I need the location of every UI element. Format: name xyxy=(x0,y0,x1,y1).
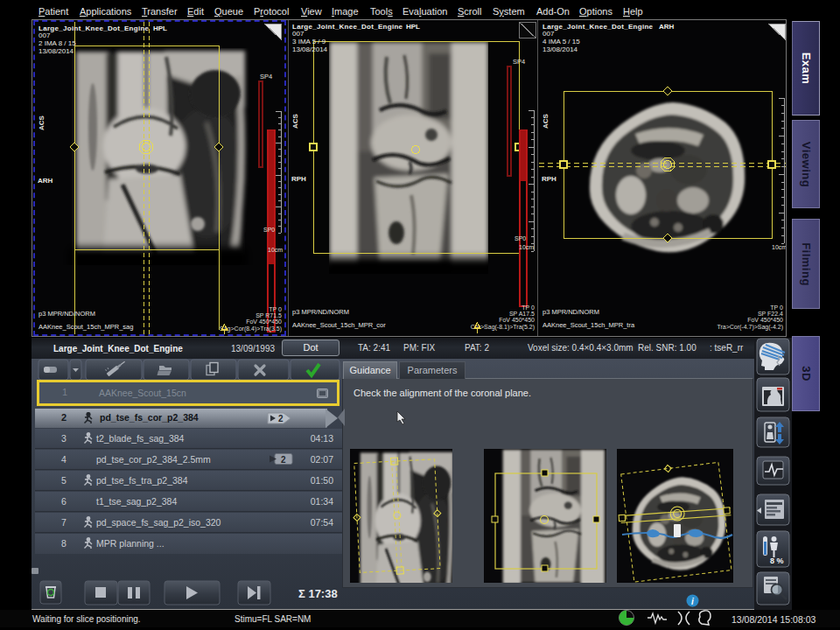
svg-text:SP A17.5: SP A17.5 xyxy=(509,311,535,317)
svg-text:RPH: RPH xyxy=(542,175,556,183)
svg-text:i: i xyxy=(691,597,694,606)
svg-text:SP0: SP0 xyxy=(263,227,275,233)
svg-text:10cm: 10cm xyxy=(268,247,283,253)
svg-text:2: 2 xyxy=(278,414,284,424)
svg-text:SP F22.4: SP F22.4 xyxy=(758,311,783,317)
svg-text:3 IMA 5 / 9: 3 IMA 5 / 9 xyxy=(292,38,326,46)
svg-text:TP 0: TP 0 xyxy=(522,304,535,311)
svg-text:AAKnee_Scout_15ch_MPR_cor: AAKnee_Scout_15ch_MPR_cor xyxy=(292,321,386,329)
svg-text:FoV 450*450: FoV 450*450 xyxy=(499,317,535,323)
svg-text:13/08/2014: 13/08/2014 xyxy=(38,47,74,55)
svg-text:007: 007 xyxy=(542,30,555,38)
svg-text:13/08/2014: 13/08/2014 xyxy=(292,46,328,53)
svg-text:13/08/2014: 13/08/2014 xyxy=(542,46,578,53)
svg-text:007: 007 xyxy=(292,30,304,38)
svg-text:Sag>Cor(8.4)>Tra(3.5): Sag>Cor(8.4)>Tra(3.5) xyxy=(220,326,282,332)
svg-text:FoV 450*450: FoV 450*450 xyxy=(246,318,282,325)
svg-text:AAKnee_Scout_15ch_MPR_tra: AAKnee_Scout_15ch_MPR_tra xyxy=(542,321,635,329)
svg-text:8 %: 8 % xyxy=(770,556,784,565)
svg-text:Large_Joint_Knee_Dot_Engine: Large_Joint_Knee_Dot_Engine xyxy=(292,23,403,31)
svg-text:SP4: SP4 xyxy=(513,58,525,66)
svg-text:SP R71.5: SP R71.5 xyxy=(256,312,282,318)
svg-text:Σ 17:38: Σ 17:38 xyxy=(298,587,338,600)
svg-text:ARH: ARH xyxy=(659,23,675,31)
svg-text:Tra>Cor(-4.7)>Sag(-4.2): Tra>Cor(-4.7)>Sag(-4.2) xyxy=(717,324,783,331)
svg-text:007: 007 xyxy=(38,32,51,39)
svg-text:TP 0: TP 0 xyxy=(770,304,783,311)
svg-text:SP0: SP0 xyxy=(514,235,526,242)
svg-text:AAKnee_Scout_15ch_MPR_sag: AAKnee_Scout_15ch_MPR_sag xyxy=(38,323,133,331)
svg-text:p3 MPR/ND/NORM: p3 MPR/ND/NORM xyxy=(38,310,95,318)
svg-text:10cm: 10cm xyxy=(772,244,786,250)
svg-text:ACS: ACS xyxy=(291,113,299,129)
svg-text:RPH: RPH xyxy=(291,175,306,183)
svg-text:2: 2 xyxy=(281,455,286,465)
svg-text:Large_Joint_Knee_Dot_Engine: Large_Joint_Knee_Dot_Engine xyxy=(542,23,654,31)
svg-text:p3 MPR/ND/NORM: p3 MPR/ND/NORM xyxy=(542,308,599,316)
svg-text:Large_Joint_Knee_Dot_Engine: Large_Joint_Knee_Dot_Engine xyxy=(38,24,150,32)
svg-text:TP 0: TP 0 xyxy=(269,306,282,312)
svg-text:2 IMA 8 / 15: 2 IMA 8 / 15 xyxy=(38,39,76,47)
svg-text:ACS: ACS xyxy=(38,115,46,130)
svg-text:SP4: SP4 xyxy=(260,73,272,80)
svg-text:p3 MPR/ND/NORM: p3 MPR/ND/NORM xyxy=(292,308,349,316)
svg-text:HPL: HPL xyxy=(406,23,420,31)
svg-text:HPL: HPL xyxy=(153,24,167,32)
svg-text:4 IMA 5 / 15: 4 IMA 5 / 15 xyxy=(542,38,580,46)
svg-text:10cm: 10cm xyxy=(519,244,534,250)
svg-text:ARH: ARH xyxy=(38,177,53,185)
svg-text:ACS: ACS xyxy=(542,113,550,129)
svg-text:FoV 450*450: FoV 450*450 xyxy=(747,317,783,323)
